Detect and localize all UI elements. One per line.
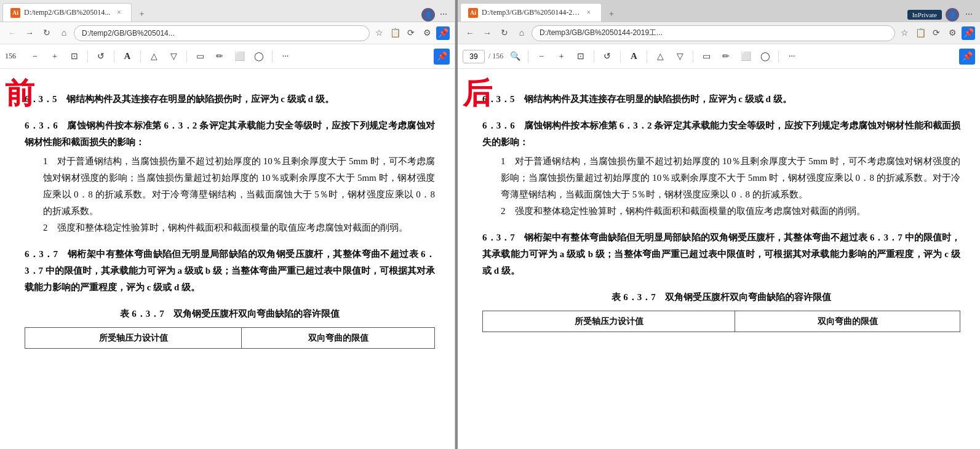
right-sep-1	[528, 50, 528, 63]
right-table-col2: 双向弯曲的限值	[735, 311, 960, 332]
left-section-637-heading: 6．3．7 钢桁架中有整体弯曲缺陷但无明显局部缺陷的双角钢受压腹杆，其整体弯曲不…	[25, 246, 435, 296]
left-highlight-btn[interactable]: ▭	[192, 49, 208, 65]
left-eraser-btn[interactable]: ⬜	[231, 49, 247, 65]
left-page-num: 156	[5, 52, 23, 61]
right-draw-btn[interactable]: ✏	[718, 49, 734, 65]
right-section-636-heading: 6．3．6 腐蚀钢构件按本标准第 6．3．2 条评定其承载能力安全等级时，应按下…	[482, 117, 960, 151]
refresh-btn-left[interactable]: ↻	[39, 26, 54, 41]
right-zoom-out[interactable]: −	[533, 49, 549, 65]
right-section-637-heading: 6．3．7 钢桁架中有整体弯曲缺陷但无明显局部缺陷的双角钢受压腹杆，其整体弯曲不…	[482, 229, 960, 279]
right-tab-icon: Ai	[468, 8, 478, 18]
right-fit-btn[interactable]: ⊡	[573, 49, 589, 65]
share-icon-left[interactable]: ⟳	[404, 26, 418, 40]
inprivate-badge: InPrivate	[907, 10, 942, 20]
left-nav-down[interactable]: ▽	[165, 49, 181, 65]
right-tab-close[interactable]: ×	[584, 8, 594, 18]
right-table-col1: 所受轴压力设计值	[483, 311, 735, 332]
right-sep-4	[647, 50, 647, 63]
right-rotate-btn[interactable]: ↺	[599, 49, 615, 65]
left-sep-5	[272, 50, 273, 63]
right-tab[interactable]: Ai D:/temp3/GB/GB%2050144-2019工... ×	[460, 3, 602, 22]
left-zoom-out[interactable]: −	[27, 49, 43, 65]
right-636-item2: 2 强度和整体稳定性验算时，钢构件截面积和截面模量的取值应考虑腐蚀对截面的削弱。	[501, 203, 960, 220]
left-nav-up[interactable]: △	[146, 49, 162, 65]
left-window: Ai D:/temp2/GB/GB%205014... × + 👤 ··· ← …	[0, 0, 455, 449]
settings-icon-left[interactable]: ⚙	[420, 26, 434, 40]
right-sep-2	[594, 50, 594, 63]
left-draw-btn[interactable]: ✏	[212, 49, 228, 65]
right-table-title: 表 6．3．7 双角钢受压腹杆双向弯曲缺陷的容许限值	[482, 289, 960, 306]
right-pin-btn[interactable]: 📌	[959, 49, 975, 65]
left-pin-btn[interactable]: 📌	[434, 49, 450, 65]
right-search-btn[interactable]: 🔍	[507, 49, 523, 65]
right-section-635: 6．3．5 钢结构构件及其连接存在明显的缺陷损伤时，应评为 c 级或 d 级。	[482, 91, 960, 108]
left-fit-btn[interactable]: ⊡	[66, 49, 82, 65]
profile-icon-left[interactable]: 👤	[421, 8, 435, 22]
right-address-bar: ← → ↻ ⌂ ☆ 📋 ⟳ ⚙ 📌	[458, 22, 980, 44]
forward-btn-right[interactable]: →	[480, 26, 495, 41]
left-more-btn[interactable]: ···	[277, 49, 293, 65]
right-page-total: / 156	[488, 52, 503, 61]
right-pdf-text: 6．3．5 钢结构构件及其连接存在明显的缺陷损伤时，应评为 c 级或 d 级。 …	[482, 91, 960, 332]
right-nav-down[interactable]: ▽	[672, 49, 688, 65]
left-address-bar: ← → ↻ ⌂ ☆ 📋 ⟳ ⚙ 📌	[0, 22, 455, 44]
left-font-btn[interactable]: A	[119, 49, 135, 65]
left-pdf-text: 6．3．5 钢结构构件及其连接存在明显的缺陷损伤时，应评为 c 级或 d 级。 …	[25, 91, 435, 349]
new-tab-btn-right[interactable]: +	[604, 7, 619, 22]
right-highlight-btn[interactable]: ▭	[698, 49, 714, 65]
star-icon-left[interactable]: ☆	[372, 26, 386, 40]
right-address-input[interactable]	[532, 25, 895, 41]
back-btn-right[interactable]: ←	[463, 26, 477, 41]
right-shape-btn[interactable]: ◯	[757, 49, 773, 65]
right-font-btn[interactable]: A	[626, 49, 642, 65]
right-tab-title: D:/temp3/GB/GB%2050144-2019工...	[482, 7, 580, 18]
left-636-item1: 1 对于普通钢结构，当腐蚀损伤量不超过初始厚度的 10％且剩余厚度大于 5mm …	[43, 153, 435, 220]
left-zoom-in[interactable]: +	[47, 49, 63, 65]
left-tab[interactable]: Ai D:/temp2/GB/GB%205014... ×	[2, 3, 132, 22]
left-table-col2: 双向弯曲的限值	[242, 328, 435, 349]
left-shape-btn[interactable]: ◯	[251, 49, 267, 65]
right-636-item1: 1 对于普通钢结构，当腐蚀损伤量不超过初始厚度的 10％且剩余厚度大于 5mm …	[501, 153, 960, 203]
left-pdf-content[interactable]: 前 6．3．5 钢结构构件及其连接存在明显的缺陷损伤时，应评为 c 级或 d 级…	[0, 69, 455, 449]
right-page-input[interactable]	[463, 50, 485, 63]
right-more-btn[interactable]: ···	[784, 49, 800, 65]
left-table-col1: 所受轴压力设计值	[25, 328, 242, 349]
right-pdf-content[interactable]: 后 6．3．5 钢结构构件及其连接存在明显的缺陷损伤时，应评为 c 级或 d 级…	[458, 69, 980, 449]
back-btn-left[interactable]: ←	[5, 26, 20, 41]
right-tab-bar: Ai D:/temp3/GB/GB%2050144-2019工... × + I…	[458, 0, 980, 22]
left-sep-1	[87, 50, 88, 63]
right-pin-area: 📌	[959, 49, 975, 65]
new-tab-btn-left[interactable]: +	[134, 7, 149, 22]
left-tab-close[interactable]: ×	[114, 8, 124, 18]
forward-btn-left[interactable]: →	[22, 26, 37, 41]
right-sep-6	[778, 50, 779, 63]
right-window: Ai D:/temp3/GB/GB%2050144-2019工... × + I…	[458, 0, 980, 449]
home-btn-right[interactable]: ⌂	[514, 26, 529, 41]
collection-icon-right[interactable]: 📋	[914, 26, 927, 40]
collection-icon-left[interactable]: 📋	[388, 26, 402, 40]
pin-icon-left[interactable]: 📌	[436, 26, 450, 40]
ellipsis-btn-right[interactable]: ···	[963, 9, 975, 20]
left-tab-title: D:/temp2/GB/GB%205014...	[24, 8, 110, 17]
left-section-635: 6．3．5 钢结构构件及其连接存在明显的缺陷损伤时，应评为 c 级或 d 级。	[25, 91, 435, 108]
pin-icon-right[interactable]: 📌	[962, 26, 975, 40]
star-icon-right[interactable]: ☆	[898, 26, 911, 40]
left-tab-bar: Ai D:/temp2/GB/GB%205014... × + 👤 ···	[0, 0, 455, 22]
left-rotate-btn[interactable]: ↺	[93, 49, 109, 65]
settings-icon-right[interactable]: ⚙	[946, 26, 959, 40]
left-636-item2: 2 强度和整体稳定性验算时，钢构件截面积和截面模量的取值应考虑腐蚀对截面的削弱。	[43, 220, 435, 236]
right-nav-up[interactable]: △	[652, 49, 668, 65]
right-sep-3	[620, 50, 621, 63]
right-table: 所受轴压力设计值 双向弯曲的限值	[482, 311, 960, 332]
left-sep-4	[186, 50, 187, 63]
refresh-btn-right[interactable]: ↻	[497, 26, 512, 41]
right-zoom-in[interactable]: +	[553, 49, 569, 65]
home-btn-left[interactable]: ⌂	[57, 26, 71, 41]
right-pdf-toolbar: / 156 🔍 − + ⊡ ↺ A △ ▽ ▭ ✏ ⬜ ◯ ··· 📌	[458, 44, 980, 69]
right-eraser-btn[interactable]: ⬜	[738, 49, 754, 65]
browser-container: Ai D:/temp2/GB/GB%205014... × + 👤 ··· ← …	[0, 0, 980, 449]
share-icon-right[interactable]: ⟳	[930, 26, 943, 40]
ellipsis-btn-left[interactable]: ···	[437, 9, 450, 20]
left-address-input[interactable]	[74, 25, 370, 41]
profile-icon-right[interactable]: 👤	[946, 8, 959, 22]
